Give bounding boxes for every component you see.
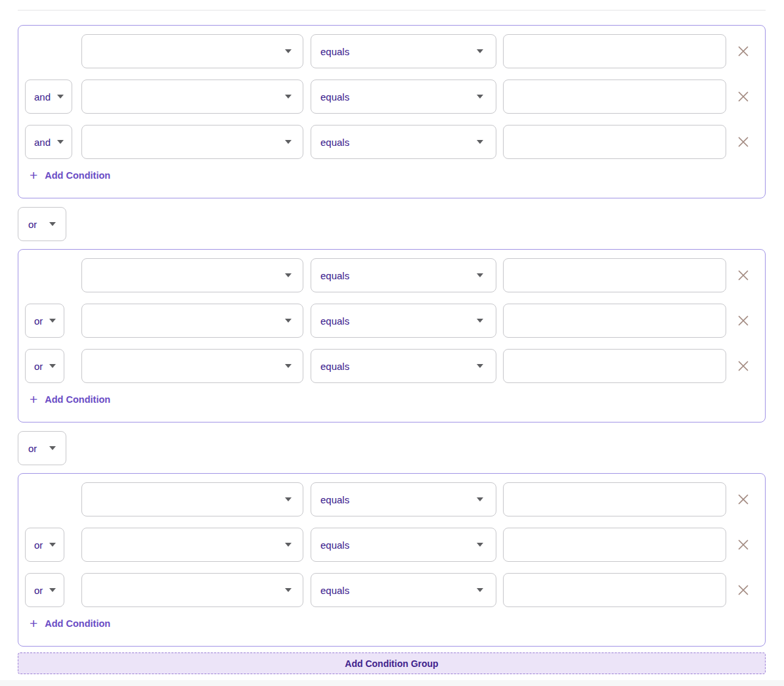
chevron-down-icon: [285, 588, 292, 592]
bool-operator-select[interactable]: or: [25, 349, 64, 383]
close-icon: [736, 359, 751, 373]
condition-group-2: equals or equals: [18, 249, 766, 423]
chevron-down-icon: [477, 319, 483, 323]
field-select[interactable]: [81, 258, 303, 292]
add-condition-group-button[interactable]: Add Condition Group: [18, 652, 766, 674]
field-select[interactable]: [81, 80, 303, 114]
field-select[interactable]: [81, 125, 303, 159]
remove-condition-button[interactable]: [733, 132, 753, 152]
value-input[interactable]: [503, 573, 726, 607]
condition-row: equals: [25, 482, 758, 516]
field-select[interactable]: [81, 482, 303, 516]
operator-select[interactable]: equals: [311, 125, 496, 159]
operator-select[interactable]: equals: [311, 304, 496, 338]
close-icon: [736, 268, 751, 283]
operator-select-value: equals: [320, 539, 349, 551]
close-icon: [736, 135, 751, 149]
operator-select[interactable]: equals: [311, 573, 496, 607]
group-connector-select[interactable]: or: [18, 207, 66, 241]
operator-select[interactable]: equals: [311, 482, 496, 516]
bool-operator-cell: and: [25, 80, 81, 114]
close-icon: [736, 583, 751, 597]
group-connector-row: or: [18, 431, 766, 465]
chevron-down-icon: [285, 497, 292, 501]
remove-cell: [726, 535, 760, 555]
remove-cell: [726, 490, 760, 509]
bool-operator-select[interactable]: and: [25, 125, 72, 159]
operator-select[interactable]: equals: [311, 528, 496, 562]
remove-condition-button[interactable]: [733, 87, 753, 106]
condition-group-1: equals and equals: [18, 25, 766, 198]
plus-icon: +: [30, 395, 37, 404]
remove-condition-button[interactable]: [733, 311, 753, 331]
condition-builder: equals and equals: [0, 10, 784, 674]
field-select[interactable]: [81, 34, 303, 68]
chevron-down-icon: [285, 543, 292, 547]
close-icon: [736, 537, 751, 552]
footer-strip: [0, 680, 784, 686]
chevron-down-icon: [285, 364, 292, 368]
value-input[interactable]: [503, 258, 726, 292]
add-condition-button[interactable]: + Add Condition: [30, 170, 110, 198]
value-input[interactable]: [503, 349, 726, 383]
operator-select[interactable]: equals: [311, 258, 496, 292]
chevron-down-icon: [49, 446, 56, 450]
remove-condition-button[interactable]: [733, 490, 753, 509]
bool-operator-cell: or: [25, 573, 81, 607]
group-connector-select[interactable]: or: [18, 431, 66, 465]
bool-operator-value: and: [34, 137, 51, 148]
remove-cell: [726, 87, 760, 106]
field-select[interactable]: [81, 528, 303, 562]
remove-cell: [726, 265, 760, 285]
chevron-down-icon: [477, 543, 483, 547]
condition-group-3: equals or equals: [18, 473, 766, 647]
bool-operator-cell: and: [25, 125, 81, 159]
value-input[interactable]: [503, 528, 726, 562]
remove-condition-button[interactable]: [733, 265, 753, 285]
remove-cell: [726, 311, 760, 331]
operator-select[interactable]: equals: [311, 80, 496, 114]
bool-operator-select[interactable]: or: [25, 528, 64, 562]
bool-operator-select[interactable]: and: [25, 80, 72, 114]
value-input[interactable]: [503, 304, 726, 338]
bool-operator-select[interactable]: or: [25, 304, 64, 338]
value-input[interactable]: [503, 125, 726, 159]
chevron-down-icon: [477, 273, 483, 277]
chevron-down-icon: [49, 588, 56, 592]
bool-operator-select[interactable]: or: [25, 573, 64, 607]
bool-operator-value: or: [34, 361, 43, 372]
operator-select-value: equals: [320, 494, 349, 505]
value-input[interactable]: [503, 80, 726, 114]
remove-cell: [726, 356, 760, 376]
field-select[interactable]: [81, 349, 303, 383]
add-condition-button[interactable]: + Add Condition: [30, 618, 110, 646]
remove-condition-button[interactable]: [733, 580, 753, 600]
remove-condition-button[interactable]: [733, 535, 753, 555]
chevron-down-icon: [49, 222, 56, 226]
chevron-down-icon: [57, 140, 64, 144]
operator-select[interactable]: equals: [311, 34, 496, 68]
add-condition-button[interactable]: + Add Condition: [30, 394, 110, 422]
field-select[interactable]: [81, 573, 303, 607]
condition-row: or equals: [25, 349, 758, 383]
remove-condition-button[interactable]: [733, 356, 753, 376]
bool-operator-cell: or: [25, 528, 81, 562]
bool-operator-cell: or: [25, 304, 81, 338]
chevron-down-icon: [477, 588, 483, 592]
operator-select[interactable]: equals: [311, 349, 496, 383]
chevron-down-icon: [285, 95, 292, 99]
close-icon: [736, 44, 751, 58]
operator-select-value: equals: [320, 46, 349, 57]
operator-select-value: equals: [320, 137, 349, 148]
operator-select-value: equals: [320, 585, 349, 596]
field-select[interactable]: [81, 304, 303, 338]
value-input[interactable]: [503, 34, 726, 68]
group-connector-row: or: [18, 207, 766, 241]
remove-cell: [726, 132, 760, 152]
bool-operator-value: or: [34, 585, 43, 596]
chevron-down-icon: [285, 140, 292, 144]
bool-operator-value: or: [34, 539, 43, 551]
remove-condition-button[interactable]: [733, 41, 753, 61]
chevron-down-icon: [49, 364, 56, 368]
value-input[interactable]: [503, 482, 726, 516]
